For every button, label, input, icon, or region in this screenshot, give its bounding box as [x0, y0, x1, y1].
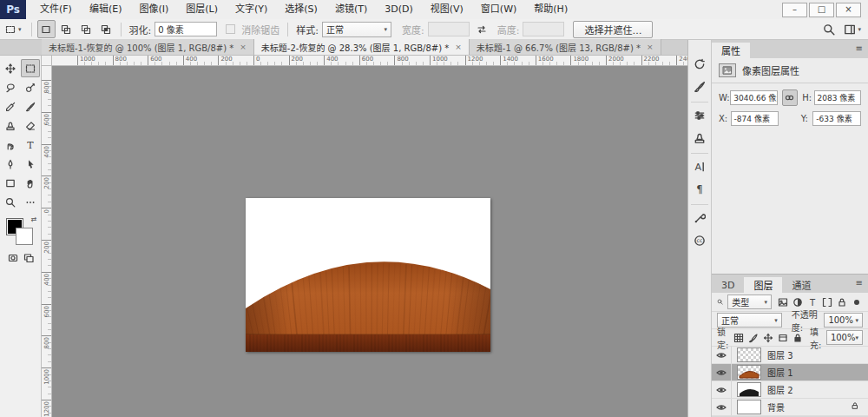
visibility-eye-icon[interactable]	[712, 347, 732, 363]
brush-settings-panel-button[interactable]	[689, 76, 710, 97]
filter-search-icon[interactable]	[717, 297, 723, 307]
zoom-tool[interactable]	[1, 193, 20, 211]
tab-3D[interactable]: 3D	[712, 277, 744, 293]
subtract-from-selection-button[interactable]	[77, 20, 95, 38]
character-panel-button[interactable]: A	[689, 156, 710, 177]
search-icon[interactable]	[823, 23, 835, 36]
layer-thumbnail[interactable]	[737, 400, 761, 414]
lasso-tool[interactable]	[1, 78, 20, 96]
filter-pixel-layers-icon[interactable]	[776, 295, 789, 308]
screen-mode-icon[interactable]	[23, 253, 34, 263]
libraries-panel-button[interactable]: cc	[689, 230, 710, 251]
menu-item-6[interactable]: 滤镜(T)	[326, 0, 376, 19]
link-dimensions-button[interactable]	[782, 89, 799, 106]
opacity-select[interactable]: 100%▾	[824, 313, 863, 328]
lock-artboard-icon[interactable]	[778, 331, 788, 344]
maximize-button[interactable]: □	[809, 3, 834, 17]
lock-transparency-icon[interactable]	[733, 331, 744, 344]
layer-row-图层 3[interactable]: 图层 3	[712, 347, 868, 364]
quick-mask-icon[interactable]	[8, 253, 18, 263]
tool-presets-panel-button[interactable]	[689, 208, 710, 228]
layer-thumbnail[interactable]	[737, 382, 761, 397]
tool-preset-picker[interactable]: ▾	[0, 19, 27, 39]
layer-thumbnail[interactable]	[737, 348, 761, 362]
new-selection-button[interactable]	[37, 20, 56, 38]
workspace-switcher[interactable]: ▾	[844, 23, 861, 36]
adjustments-panel-button[interactable]	[689, 105, 710, 126]
menu-item-0[interactable]: 文件(F)	[31, 0, 81, 19]
rectangle-tool[interactable]	[1, 174, 20, 192]
visibility-eye-icon[interactable]	[712, 364, 732, 381]
background-color-swatch[interactable]	[16, 228, 33, 245]
clone-source-panel-button[interactable]	[689, 128, 710, 149]
swap-colors-icon[interactable]: ⇄	[31, 215, 37, 223]
height-value-input[interactable]: 2083 像素	[814, 90, 861, 105]
tab-图层[interactable]: 图层	[744, 277, 782, 293]
brush-tool[interactable]	[21, 97, 40, 116]
panel-menu-icon[interactable]: ≡	[856, 278, 863, 288]
lock-position-icon[interactable]	[763, 331, 773, 344]
add-to-selection-button[interactable]	[57, 20, 76, 38]
layer-thumbnail[interactable]	[737, 365, 761, 380]
pen-tool[interactable]	[1, 155, 20, 173]
vertical-ruler[interactable]: 800600400200020040060080010001200	[42, 66, 52, 417]
paragraph-panel-button[interactable]: ¶	[689, 179, 710, 200]
move-tool[interactable]	[1, 59, 20, 77]
minimize-button[interactable]: –	[782, 3, 807, 17]
layer-row-背景[interactable]: 背景	[712, 399, 868, 416]
visibility-eye-icon[interactable]	[712, 399, 732, 415]
filter-toggle-icon[interactable]	[850, 295, 863, 308]
swap-width-height-icon[interactable]	[477, 24, 487, 35]
panel-menu-icon[interactable]: ≡	[856, 43, 863, 53]
lock-pixels-icon[interactable]	[748, 331, 759, 344]
smudge-tool[interactable]	[1, 136, 20, 154]
menu-item-1[interactable]: 编辑(E)	[81, 0, 131, 19]
eraser-tool[interactable]	[21, 116, 40, 135]
edit-toolbar[interactable]	[21, 193, 40, 211]
tab-close-icon[interactable]: ×	[240, 43, 247, 51]
history-panel-button[interactable]	[689, 54, 710, 75]
filter-smart-objects-icon[interactable]	[835, 295, 848, 308]
document-tab-2[interactable]: 未标题-2-恢复的 @ 28.3% (图层 1, RGB/8#) *×	[254, 39, 470, 55]
clone-stamp-tool[interactable]	[1, 116, 20, 135]
filter-shape-layers-icon[interactable]	[820, 295, 833, 308]
tab-close-icon[interactable]: ×	[647, 43, 654, 51]
document-canvas[interactable]	[246, 198, 490, 352]
menu-item-10[interactable]: 帮助(H)	[525, 0, 576, 19]
layer-row-图层 1[interactable]: 图层 1	[712, 364, 868, 381]
menu-item-4[interactable]: 文字(Y)	[227, 0, 276, 19]
path-selection-tool[interactable]	[21, 155, 40, 173]
menu-item-5[interactable]: 选择(S)	[276, 0, 326, 19]
quick-selection-tool[interactable]	[21, 78, 40, 96]
eyedropper-tool[interactable]	[1, 97, 20, 116]
fill-select[interactable]: 100%▾	[826, 330, 863, 345]
canvas-workspace[interactable]	[52, 66, 687, 417]
menu-item-8[interactable]: 视图(V)	[422, 0, 472, 19]
x-value-input[interactable]: -874 像素	[731, 111, 779, 126]
menu-item-7[interactable]: 3D(D)	[376, 0, 422, 19]
feather-input[interactable]: 0 像素	[155, 22, 217, 36]
tab-properties[interactable]: 属性	[712, 43, 750, 58]
layer-row-图层 2[interactable]: 图层 2	[712, 381, 868, 399]
close-button[interactable]: ×	[836, 3, 861, 17]
hand-tool[interactable]	[21, 174, 40, 192]
lock-all-icon[interactable]	[792, 331, 803, 344]
ruler-origin-corner[interactable]	[42, 56, 52, 66]
width-value-input[interactable]: 3040.66 像素	[730, 90, 777, 105]
antialias-checkbox[interactable]	[226, 24, 235, 34]
horizontal-ruler[interactable]: 1000800600400200020040060080010001200140…	[52, 56, 687, 66]
style-select[interactable]: 正常▾	[322, 22, 391, 37]
visibility-eye-icon[interactable]	[712, 381, 732, 398]
menu-item-9[interactable]: 窗口(W)	[472, 0, 525, 19]
y-value-input[interactable]: -633 像素	[812, 111, 861, 126]
menu-item-2[interactable]: 图像(I)	[130, 0, 177, 19]
tab-通道[interactable]: 通道	[782, 277, 820, 293]
menu-item-3[interactable]: 图层(L)	[177, 0, 227, 19]
document-tab-3[interactable]: 未标题-1 @ 66.7% (图层 13, RGB/8#) *×	[470, 39, 661, 55]
tab-close-icon[interactable]: ×	[455, 43, 462, 51]
select-and-mask-button[interactable]: 选择并遮住…	[573, 21, 653, 38]
type-tool[interactable]: T	[21, 136, 40, 154]
rectangular-marquee-tool[interactable]	[21, 59, 40, 77]
intersect-selection-button[interactable]	[97, 20, 115, 38]
filter-type-select[interactable]: 类型▾	[727, 295, 772, 309]
